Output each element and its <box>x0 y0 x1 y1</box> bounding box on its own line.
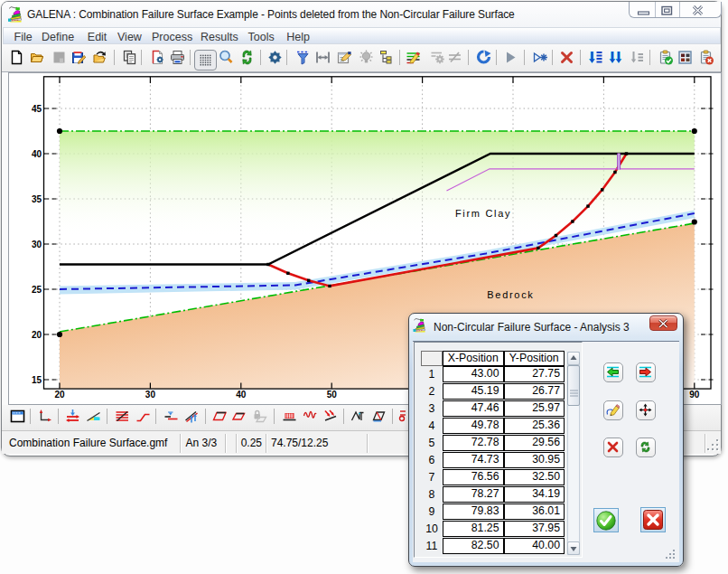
svg-text:Firm Clay: Firm Clay <box>454 207 510 218</box>
svg-text:40: 40 <box>236 390 247 400</box>
svg-text:45: 45 <box>31 103 42 113</box>
svg-text:Bedrock: Bedrock <box>487 289 534 300</box>
svg-text:40: 40 <box>31 148 42 158</box>
svg-text:90: 90 <box>689 390 700 400</box>
svg-text:25: 25 <box>31 284 42 294</box>
svg-text:30: 30 <box>31 239 42 249</box>
svg-text:50: 50 <box>326 390 337 400</box>
svg-text:20: 20 <box>54 390 65 400</box>
svg-text:35: 35 <box>31 193 42 203</box>
svg-text:20: 20 <box>31 329 42 339</box>
svg-text:15: 15 <box>31 374 42 384</box>
svg-text:30: 30 <box>145 390 155 400</box>
